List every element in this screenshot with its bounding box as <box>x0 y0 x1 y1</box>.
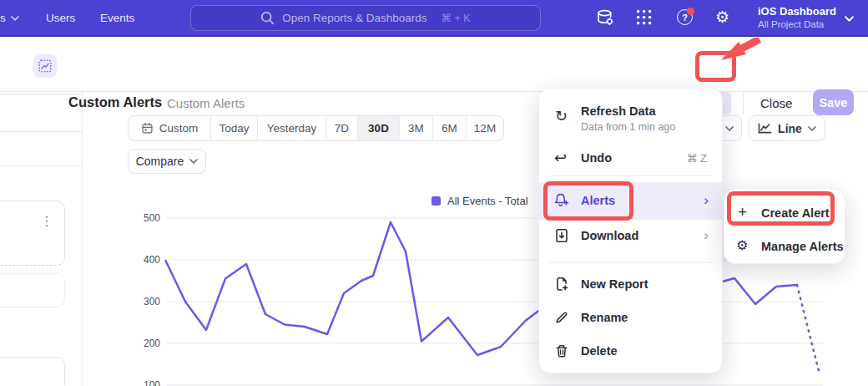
range-label: 3M <box>408 122 424 135</box>
svg-text:200: 200 <box>144 338 160 349</box>
bell-plus-icon <box>553 192 570 208</box>
refresh-icon: ↻ <box>555 107 568 125</box>
chart-type-label: Line <box>778 122 802 135</box>
chart-type-button[interactable]: Line <box>749 115 825 141</box>
menu-item-rename[interactable]: Rename <box>539 302 722 335</box>
sidebar-card[interactable] <box>0 273 65 307</box>
page-title: Custom Alerts <box>68 94 162 110</box>
menu-label: Create Alert <box>761 206 830 220</box>
chevron-down-icon <box>845 16 854 22</box>
help-icon[interactable]: ? <box>677 9 697 29</box>
settings-gear-icon[interactable]: ⚙ <box>715 8 735 28</box>
project-switcher[interactable]: iOS Dashboard All Project Data <box>758 5 836 29</box>
menu-label: Rename <box>581 311 628 324</box>
nav-item-users[interactable]: Users <box>46 12 75 24</box>
notification-dot <box>687 8 694 15</box>
menu-label: Alerts <box>581 194 615 207</box>
search-shortcut: ⌘ + K <box>442 12 471 24</box>
submenu-item-manage-alerts[interactable]: ⚙ Manage Alerts <box>724 230 845 262</box>
undo-icon: ↩ <box>554 149 567 167</box>
range-label: 7D <box>335 122 349 135</box>
legend-label: All Events - Total <box>447 195 528 207</box>
range-6m[interactable]: 6M <box>433 116 467 140</box>
svg-text:500: 500 <box>144 212 160 224</box>
menu-label: Manage Alerts <box>761 240 844 253</box>
kebab-menu-icon[interactable]: ⋮ <box>40 213 53 229</box>
close-button[interactable]: Close <box>760 96 792 110</box>
nav-item-events[interactable]: Events <box>100 12 134 24</box>
range-yesterday[interactable]: Yesterday <box>258 116 326 140</box>
range-30d[interactable]: 30D <box>358 116 400 140</box>
svg-text:400: 400 <box>144 254 160 266</box>
context-menu: ↻ Refresh Data Data from 1 min ago ↩ Und… <box>538 88 723 373</box>
svg-text:300: 300 <box>144 296 160 307</box>
menu-item-new-report[interactable]: New Report <box>539 268 722 302</box>
range-12m[interactable]: 12M <box>467 116 503 140</box>
project-name: iOS Dashboard <box>758 5 836 18</box>
menu-label: Delete <box>581 344 618 358</box>
menu-label: Refresh Data <box>581 104 655 118</box>
header-divider <box>743 91 744 114</box>
menu-item-undo[interactable]: ↩ Undo ⌘ Z <box>539 143 722 173</box>
menu-label: Undo <box>581 151 612 165</box>
sidebar-card[interactable] <box>0 357 65 386</box>
date-range-selector: Custom Today Yesterday 7D 30D 3M 6M 12M <box>128 115 504 141</box>
apps-grid-icon[interactable] <box>636 9 656 29</box>
chevron-right-icon: › <box>704 230 709 241</box>
menu-item-refresh-data[interactable]: ↻ Refresh Data Data from 1 min ago <box>539 99 722 135</box>
sidebar-section-divider <box>0 131 82 132</box>
range-label: 12M <box>474 122 496 135</box>
range-7d[interactable]: 7D <box>326 116 358 140</box>
range-label: Custom <box>159 122 199 135</box>
menu-label: New Report <box>581 277 648 291</box>
chevron-right-icon: › <box>704 195 709 206</box>
range-today[interactable]: Today <box>211 116 258 140</box>
range-custom[interactable]: Custom <box>129 116 211 140</box>
nav-item-truncated[interactable]: s <box>0 12 6 24</box>
calendar-icon <box>141 122 154 135</box>
menu-item-alerts[interactable]: Alerts › <box>539 182 722 220</box>
alerts-submenu: + Create Alert ⚙ Manage Alerts <box>724 189 845 264</box>
menu-divider <box>549 262 712 263</box>
breadcrumb[interactable]: Custom Alerts <box>167 96 245 110</box>
chevron-down-icon <box>189 159 198 164</box>
save-button[interactable]: Save <box>813 89 854 115</box>
range-label: 30D <box>368 122 389 135</box>
download-icon <box>554 228 569 243</box>
data-management-icon[interactable] <box>596 8 616 28</box>
search-placeholder: Open Reports & Dashboards <box>282 12 426 24</box>
top-nav: s Users Events Open Reports & Dashboards… <box>0 0 868 37</box>
gear-icon: ⚙ <box>736 237 748 253</box>
chevron-down-icon <box>11 16 19 21</box>
compare-button[interactable]: Compare <box>128 149 206 174</box>
trash-icon <box>554 343 569 358</box>
svg-text:100: 100 <box>144 379 160 386</box>
chevron-down-icon <box>808 126 816 131</box>
legend-swatch <box>431 196 441 206</box>
pencil-icon <box>554 310 569 325</box>
submenu-item-create-alert[interactable]: + Create Alert <box>724 198 845 230</box>
chart-legend[interactable]: All Events - Total <box>431 195 528 207</box>
menu-divider <box>549 175 712 176</box>
sidebar-section-divider <box>0 165 82 166</box>
search-icon <box>260 11 275 25</box>
range-3m[interactable]: 3M <box>400 116 433 140</box>
menu-item-delete[interactable]: Delete <box>539 335 722 368</box>
compare-label: Compare <box>136 155 184 168</box>
search-input[interactable]: Open Reports & Dashboards ⌘ + K <box>190 5 541 31</box>
sidebar-border <box>82 92 83 386</box>
file-plus-icon <box>554 277 569 292</box>
line-chart-icon <box>758 122 772 135</box>
menu-subtitle: Data from 1 min ago <box>581 121 675 133</box>
chevron-down-icon <box>725 126 734 131</box>
menu-label: Download <box>581 229 638 242</box>
project-scope: All Project Data <box>758 19 836 29</box>
plus-icon: + <box>738 203 747 221</box>
range-label: 6M <box>442 122 457 135</box>
sidebar-card[interactable] <box>0 201 65 266</box>
range-label: Yesterday <box>267 122 317 135</box>
menu-shortcut: ⌘ Z <box>686 152 707 165</box>
menu-item-download[interactable]: Download › <box>539 220 722 253</box>
report-header: Custom Alerts Custom Alerts GV Duplicate… <box>0 37 868 92</box>
report-type-icon <box>33 54 57 78</box>
